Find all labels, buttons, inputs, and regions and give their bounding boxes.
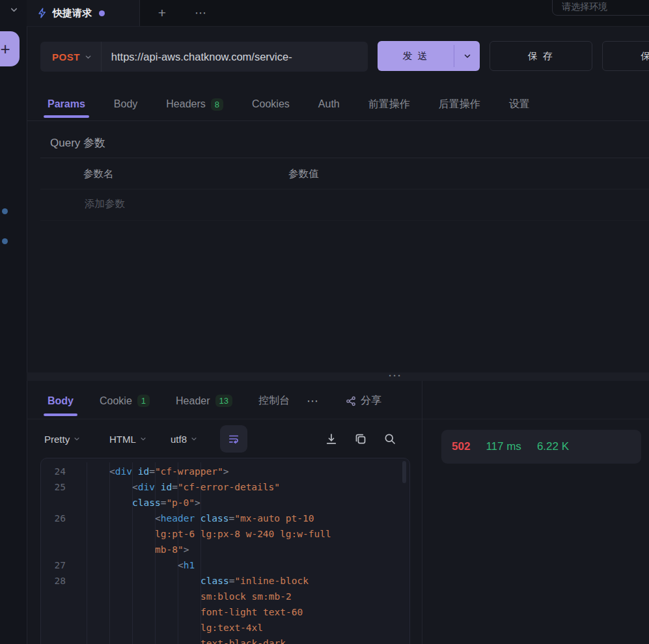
wrap-text-icon <box>228 433 240 445</box>
divider <box>40 220 649 221</box>
tab-bar: 快捷请求 + ⋯ 请选择环境 <box>27 0 649 27</box>
code-text: text-black-dark <box>72 636 286 644</box>
new-request-button[interactable]: + <box>0 31 20 66</box>
code-line: text-black-dark <box>41 636 409 644</box>
rail-indicator-dot[interactable] <box>2 208 8 214</box>
code-text: class="inline-block <box>72 573 309 589</box>
line-number <box>41 495 72 511</box>
chevron-down-icon <box>191 436 197 442</box>
tab-params[interactable]: Params <box>48 88 85 120</box>
unsaved-dot <box>99 10 105 16</box>
viewer-toolbar: Pretty HTML utf8 <box>27 423 422 455</box>
download-button[interactable] <box>323 430 340 447</box>
code-line: mb-8"> <box>41 542 409 557</box>
header-count-badge: 13 <box>215 395 232 407</box>
tab-body[interactable]: Body <box>114 88 137 120</box>
code-text: <header class="mx-auto pt-10 <box>72 511 314 526</box>
line-number <box>41 589 72 604</box>
code-text: sm:block sm:mb-2 <box>72 589 292 604</box>
tab-response-body[interactable]: Body <box>48 383 74 419</box>
line-number <box>41 604 72 620</box>
line-number: 26 <box>41 511 72 526</box>
save-button[interactable]: 保 存 <box>490 41 592 71</box>
rail-indicator-dot[interactable] <box>2 238 8 244</box>
code-line: sm:block sm:mb-2 <box>41 589 409 604</box>
code-line: class="p-0"> <box>41 495 409 511</box>
format-value: Pretty <box>44 434 70 445</box>
language-dropdown[interactable]: HTML <box>109 423 146 455</box>
pane-splitter[interactable]: ··· <box>27 372 649 381</box>
share-button[interactable]: 分享 <box>346 394 381 408</box>
encoding-dropdown[interactable]: utf8 <box>171 423 197 455</box>
tab-auth[interactable]: Auth <box>318 88 340 120</box>
add-tab-button[interactable]: + <box>152 0 173 26</box>
response-body-viewer[interactable]: 24 <div id="cf-wrapper"> 25 <div id="cf-… <box>40 458 410 644</box>
cookie-count-badge: 1 <box>137 395 150 407</box>
code-text: <div id="cf-wrapper"> <box>72 464 228 479</box>
tab-console-label: 控制台 <box>258 394 290 408</box>
environment-select[interactable]: 请选择环境 <box>552 0 649 16</box>
divider <box>422 381 422 644</box>
tab-headers-label: Headers <box>166 98 205 110</box>
code-line: 25 <div id="cf-error-details" <box>41 479 409 495</box>
response-status-box: 502 117 ms 6.22 K <box>441 430 641 464</box>
app-window: + 快捷请求 + ⋯ 请选择环境 POST https://api-aws.ch… <box>0 0 649 644</box>
tab-cookies[interactable]: Cookies <box>252 88 290 120</box>
request-tabs: Params Body Headers 8 Cookies Auth 前置操作 … <box>27 88 649 121</box>
lightning-icon <box>37 8 47 18</box>
line-number: 25 <box>41 479 72 495</box>
add-parameter-row[interactable]: 添加参数 <box>85 197 125 211</box>
tab-header-label: Header <box>176 395 210 407</box>
collapse-chevron-icon[interactable] <box>9 5 19 15</box>
word-wrap-toggle[interactable] <box>220 425 247 453</box>
environment-placeholder: 请选择环境 <box>562 1 607 13</box>
left-rail: + <box>0 0 27 644</box>
divider <box>40 158 649 158</box>
send-button[interactable]: 发 送 <box>378 41 480 71</box>
url-input[interactable]: https://api-aws.chatknow.com/service- <box>102 51 368 63</box>
tab-console[interactable]: 控制台 <box>258 383 290 419</box>
code-text: <div id="cf-error-details" <box>72 479 280 495</box>
send-options-caret[interactable] <box>454 41 480 71</box>
code-line: font-light text-60 <box>41 604 409 620</box>
code-text: lg:text-4xl <box>72 620 263 636</box>
line-number: 24 <box>41 464 72 479</box>
tab-headers[interactable]: Headers 8 <box>166 88 223 120</box>
line-number <box>41 620 72 636</box>
language-value: HTML <box>109 434 136 445</box>
code-text: font-light text-60 <box>72 604 303 620</box>
encoding-value: utf8 <box>171 434 187 445</box>
chevron-down-icon <box>85 53 92 61</box>
status-code: 502 <box>452 440 470 453</box>
scrollbar-thumb[interactable] <box>402 461 406 483</box>
share-icon <box>346 396 356 406</box>
tab-quick-request[interactable]: 快捷请求 <box>27 0 140 26</box>
tab-response-cookie[interactable]: Cookie 1 <box>100 383 150 419</box>
tab-settings[interactable]: 设置 <box>509 88 530 120</box>
response-time: 117 ms <box>486 440 521 453</box>
format-dropdown[interactable]: Pretty <box>44 423 80 455</box>
code-line: lg:text-4xl <box>41 620 409 636</box>
code-line: 28 class="inline-block <box>41 573 409 589</box>
divider <box>27 419 649 419</box>
code-line: lg:pt-6 lg:px-8 w-240 lg:w-full <box>41 526 409 542</box>
tab-pre-operations[interactable]: 前置操作 <box>368 88 410 120</box>
line-number: 28 <box>41 573 72 589</box>
response-tabs-overflow-button[interactable]: ⋯ <box>307 394 320 408</box>
code-text: class="p-0"> <box>72 495 200 511</box>
code-line: 26 <header class="mx-auto pt-10 <box>41 511 409 526</box>
line-number <box>41 542 72 557</box>
query-section-title: Query 参数 <box>50 135 105 150</box>
save-as-button[interactable]: 保存为 <box>602 41 649 71</box>
tab-title: 快捷请求 <box>53 7 92 20</box>
method-dropdown[interactable]: POST <box>40 51 101 63</box>
tab-response-header[interactable]: Header 13 <box>176 383 232 419</box>
response-tabs: Body Cookie 1 Header 13 控制台 ⋯ 分享 <box>27 383 422 419</box>
search-button[interactable] <box>381 430 398 447</box>
line-number: 27 <box>41 557 72 573</box>
copy-button[interactable] <box>352 430 369 447</box>
splitter-handle[interactable]: ··· <box>389 370 402 381</box>
tab-post-operations[interactable]: 后置操作 <box>439 88 480 120</box>
tab-overflow-button[interactable]: ⋯ <box>189 0 213 26</box>
code-text: lg:pt-6 lg:px-8 w-240 lg:w-full <box>72 526 331 542</box>
